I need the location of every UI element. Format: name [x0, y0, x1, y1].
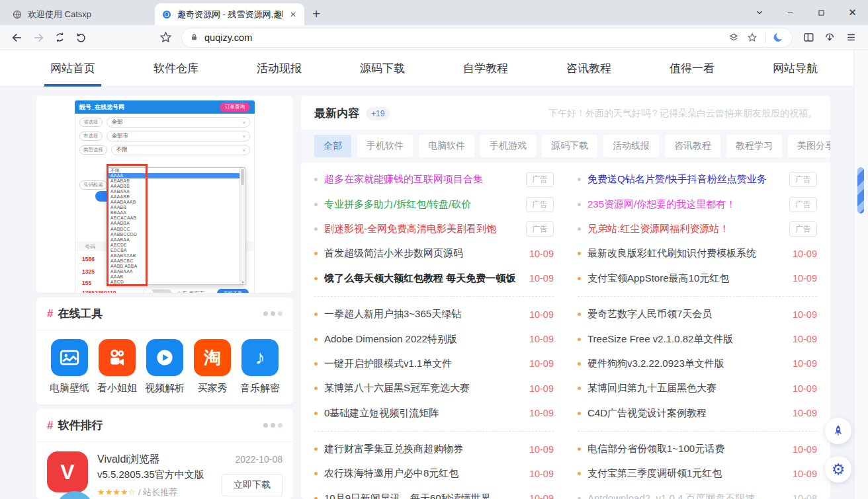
address-bar[interactable]: quqizy.com [181, 28, 793, 48]
nav-item-3[interactable]: 源码下载 [355, 50, 410, 87]
filter-tab-3[interactable]: 手机游戏 [480, 135, 536, 157]
item-date: 10-09 [793, 273, 817, 284]
close-button[interactable]: ✕ [837, 0, 868, 25]
list-item-link[interactable]: 硬件狗狗v3.2.22.0923单文件版 [587, 358, 785, 370]
list-item-link[interactable]: 0基础建立短视频引流矩阵 [324, 407, 521, 420]
ad-badge: 广告 [789, 172, 817, 187]
list-item-link[interactable]: 专业拼多多助力/拆红包/转盘/砍价 [324, 198, 518, 211]
list-item: 超多在家就能赚钱的互联网项目合集广告 [314, 167, 554, 192]
filter-tab-1[interactable]: 手机软件 [357, 135, 413, 157]
list-item-link[interactable]: Antdownload2_v1.0.4 百度网盘不限速 [587, 492, 785, 499]
group-divider [314, 296, 554, 297]
more-dots-icon[interactable] [263, 311, 282, 316]
list-item-link[interactable]: 一键开启护眼模式v1.1单文件 [324, 358, 521, 370]
list-item-link[interactable]: 饿了么每天领大额红包教程 每天免费一顿饭 [324, 272, 521, 285]
menu-icon[interactable] [840, 27, 861, 48]
speed-dial-star-icon[interactable] [155, 27, 176, 48]
tab-close-icon[interactable]: ✕ [288, 10, 298, 19]
city-label: 市选择 [79, 132, 103, 141]
ranking-item[interactable]: V Vivaldi浏览器 v5.5.2805.35官方中文版 ★★★★☆ / 站… [36, 442, 293, 498]
tool-taobao-show[interactable]: 淘买家秀 [191, 339, 234, 395]
promo-screenshot-card[interactable]: 靓号_在线选号网 订单查询 省选择 全部˅ 市选择 全部市˅ [36, 96, 293, 293]
list-item-link[interactable]: 首发超级简洁小米步数网页源码 [324, 247, 521, 260]
tab-welcome[interactable]: 欢迎使用 Catsxp [5, 3, 155, 25]
tab-search-chevron-icon[interactable] [744, 0, 775, 25]
list-item: 最新改良版彩虹代刷知识付费模板系统10-09 [578, 241, 817, 266]
list-item-link[interactable]: 支付宝第三季度调研领1元红包 [587, 467, 785, 480]
list-item-link[interactable]: 剧迷影视-全网免费高清电影美剧看到饱 [324, 223, 518, 235]
list-item-link[interactable]: 某博回归第九十五届黑色大赛 [587, 382, 785, 395]
split-view-icon[interactable] [798, 27, 819, 48]
scrollbar-track[interactable] [853, 50, 868, 499]
settings-gear-button[interactable]: ⚙ [825, 456, 851, 482]
url-text[interactable]: quqizy.com [204, 32, 728, 43]
reload-icon[interactable] [49, 27, 70, 48]
nav-item-6[interactable]: 值得一看 [664, 50, 720, 87]
back-to-top-rocket-button[interactable] [825, 418, 851, 444]
site-favicon [161, 9, 172, 20]
list-item-link[interactable]: 超多在家就能赚钱的互联网项目合集 [324, 173, 518, 186]
province-label: 省选择 [79, 118, 103, 127]
nav-item-4[interactable]: 自学教程 [458, 50, 513, 87]
toggle-knob [143, 288, 153, 293]
filter-tab-4[interactable]: 源码下载 [542, 135, 597, 157]
filter-tab-8[interactable]: 美图分享 [788, 135, 830, 157]
download-icon[interactable] [819, 27, 840, 48]
new-tab-button[interactable]: + [312, 5, 320, 22]
toggle-switch [144, 289, 172, 293]
software-ranking-card: # 软件排行 V Vivaldi浏览器 v5.5.2805.35官方中文版 ★★… [36, 409, 293, 499]
nav-item-2[interactable]: 活动现报 [251, 50, 307, 87]
list-item-link[interactable]: 兄弟站:红尘资源网福利资源站！ [587, 223, 781, 235]
layers-icon[interactable] [728, 32, 740, 44]
list-item-link[interactable]: 爱奇艺数字人民币领7天会员 [587, 308, 785, 321]
filter-tab-0[interactable]: 全部 [314, 135, 351, 157]
list-item-link[interactable]: 农行珠海特邀用户必中8元红包 [324, 467, 521, 480]
bullet-icon [314, 313, 318, 316]
tool-wallpaper[interactable]: 电脑壁纸 [48, 339, 91, 395]
list-item-link[interactable]: 支付宝领AppStore最高10元红包 [587, 272, 785, 285]
nav-item-7[interactable]: 网站导航 [767, 50, 823, 87]
tab-title: 欢迎使用 Catsxp [28, 9, 148, 20]
list-item-link[interactable]: 一拳超人新用户抽3~365天绿钻 [324, 308, 521, 321]
download-now-button[interactable]: 立即下载 [222, 474, 282, 496]
filter-tab-2[interactable]: 电脑软件 [419, 135, 474, 157]
forward-icon[interactable] [28, 27, 49, 48]
list-item-link[interactable]: 最新改良版彩虹代刷知识付费模板系统 [587, 247, 785, 260]
list-item-link[interactable]: C4D广告视觉设计案例教程 [587, 407, 785, 420]
globe-icon [12, 9, 22, 20]
tool-music-decrypt[interactable]: ♪音乐解密 [239, 339, 281, 395]
tab-quqizy[interactable]: 趣奇资源网 - 残雪资源网,趣味奇妙 ✕ [155, 3, 304, 25]
latest-content-card: 最新内容 +19 下午好！外面的天气好吗？记得朵朵白云曾捎来朋友殷殷的祝福。 全… [301, 96, 830, 499]
nav-item-1[interactable]: 软件仓库 [148, 50, 204, 87]
filter-tab-5[interactable]: 活动线报 [603, 135, 659, 157]
minimize-button[interactable] [775, 0, 806, 25]
tool-girls[interactable]: 看小姐姐 [96, 339, 138, 395]
maximize-button[interactable] [806, 0, 837, 25]
tool-video-parse[interactable]: 视频解析 [144, 339, 186, 395]
gear-icon: ⚙ [832, 462, 846, 477]
scrollbar-thumb[interactable] [857, 167, 864, 213]
list-item-link[interactable]: 某博第八十六届黑S冠军竞选大赛 [324, 382, 521, 395]
vivaldi-icon: V [47, 451, 88, 492]
nav-item-0[interactable]: 网站首页 [45, 50, 101, 87]
item-date: 10-09 [529, 273, 554, 284]
list-item-link[interactable]: TreeSize Free v2.1.0.82单文件版 [587, 333, 785, 346]
list-item: 10月9日新闻早讯，每天60秒读懂世界10-09 [314, 486, 554, 499]
list-item-link[interactable]: 免费送Q钻名片赞/快手抖音粉丝点赞业务 [587, 173, 781, 186]
undo-icon[interactable] [70, 27, 91, 48]
list-item-link[interactable]: 235资源网/你想要的我这里都有！ [587, 198, 781, 211]
bookmark-star-icon[interactable] [746, 32, 758, 44]
filter-tab-7[interactable]: 教程学习 [726, 135, 782, 157]
list-item-link[interactable]: 建行财富季集豆兑换商超购物券 [324, 443, 521, 455]
nav-item-5[interactable]: 咨讯教程 [561, 50, 617, 87]
dark-mode-moon-icon[interactable] [772, 31, 785, 44]
list-item-link[interactable]: 电信部分省份领取1~100元话费 [587, 443, 785, 455]
filter-tab-6[interactable]: 咨讯教程 [665, 135, 720, 157]
list-item-link[interactable]: Adobe Dimension 2022特别版 [324, 333, 521, 346]
list-item-link[interactable]: 10月9日新闻早讯，每天60秒读懂世界 [324, 492, 521, 499]
item-date: 10-09 [793, 334, 817, 344]
list-item: 电信部分省份领取1~100元话费10-09 [578, 437, 817, 461]
back-icon[interactable] [7, 27, 28, 48]
more-dots-icon[interactable] [263, 423, 282, 428]
bullet-icon [578, 387, 581, 390]
